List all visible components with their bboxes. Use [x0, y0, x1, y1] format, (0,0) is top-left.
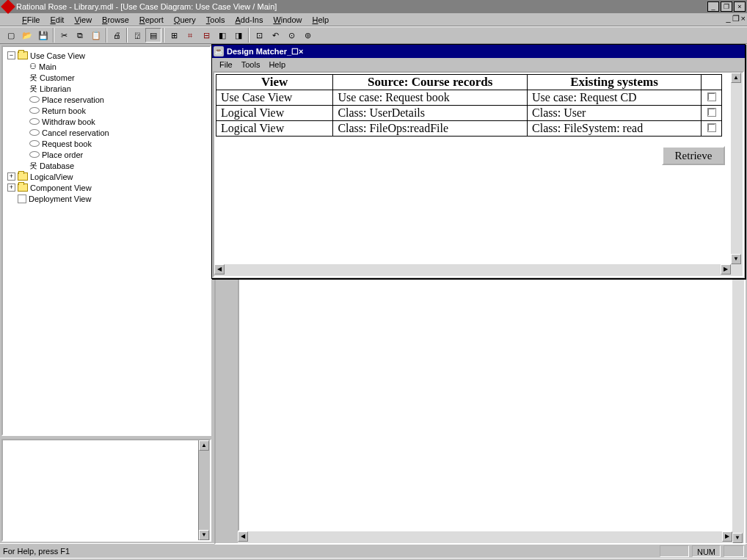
status-bar: For Help, press F1 NUM: [0, 543, 747, 558]
scroll-left-icon[interactable]: ◀: [214, 264, 225, 274]
expand-icon[interactable]: +: [7, 172, 15, 181]
tool-8[interactable]: ⊙: [283, 28, 299, 43]
app-icon: [1, 0, 15, 14]
documentation-pane[interactable]: ▲ ▼: [1, 439, 211, 542]
toolbar-separator: [163, 28, 164, 43]
row-checkbox[interactable]: [702, 90, 722, 106]
toolbar-separator: [126, 28, 128, 43]
tool-5[interactable]: ◨: [230, 28, 247, 43]
restore-button[interactable]: ❐: [721, 1, 732, 12]
cut-button[interactable]: ✂: [56, 28, 72, 43]
row-checkbox[interactable]: [702, 121, 722, 137]
tree-node-place-order[interactable]: Place order: [4, 149, 208, 160]
actor-icon: 옷: [29, 83, 37, 94]
tree-node-request-book[interactable]: Request book: [4, 138, 208, 149]
save-button[interactable]: 💾: [35, 28, 51, 43]
browser-tree[interactable]: − Use Case View ⚇ Main 옷 Customer 옷 Libr…: [1, 46, 211, 436]
dm-menubar: File Tools Help: [212, 58, 745, 71]
new-button[interactable]: ▢: [3, 28, 19, 43]
mdi-minimize-button[interactable]: _: [726, 14, 730, 23]
scroll-right-icon[interactable]: ▶: [722, 531, 732, 542]
dm-menu-tools[interactable]: Tools: [237, 59, 265, 70]
tree-node-component-view[interactable]: + Component View: [4, 182, 208, 193]
row-checkbox[interactable]: [702, 106, 722, 121]
tool-4[interactable]: ◧: [214, 28, 230, 43]
dm-title-text: Design Matcher: [227, 47, 287, 56]
menu-browse[interactable]: Browse: [98, 15, 134, 25]
browse-button[interactable]: ▤: [145, 28, 161, 43]
dm-vscrollbar[interactable]: ▲ ▼: [731, 73, 743, 264]
actor-icon: 옷: [29, 72, 37, 83]
menu-edit[interactable]: Edit: [45, 15, 68, 25]
menu-window[interactable]: Window: [269, 15, 306, 25]
toolbar-separator: [106, 28, 107, 43]
design-matcher-window[interactable]: ☕ Design Matcher _ ☐ × File Tools Help V…: [211, 44, 746, 279]
tree-node-main[interactable]: ⚇ Main: [4, 61, 208, 72]
collapse-icon[interactable]: −: [7, 51, 15, 59]
tree-label: Withdraw book: [42, 117, 95, 126]
menu-report[interactable]: Report: [135, 15, 168, 25]
menu-addins[interactable]: Add-Ins: [230, 15, 267, 25]
tree-node-use-case-view[interactable]: − Use Case View: [4, 50, 208, 61]
diagram-hscrollbar[interactable]: ◀ ▶: [238, 531, 732, 543]
menu-help[interactable]: Help: [308, 15, 334, 25]
tree-label: Request book: [42, 139, 92, 148]
cell-source: Class: UserDetails: [333, 106, 528, 121]
tree-label: Database: [40, 161, 74, 170]
status-num: NUM: [692, 545, 721, 557]
print-button[interactable]: 🖨: [109, 28, 125, 43]
table-row[interactable]: Logical View Class: UserDetails Class: U…: [216, 106, 722, 121]
tree-node-withdraw-book[interactable]: Withdraw book: [4, 116, 208, 127]
open-button[interactable]: 📂: [19, 28, 35, 43]
retrieve-button[interactable]: Retrieve: [662, 146, 725, 165]
dm-body: View Source: Course records Existing sys…: [213, 71, 744, 277]
menu-view[interactable]: View: [70, 15, 96, 25]
mdi-close-button[interactable]: ×: [741, 14, 746, 23]
zoom-fit-button[interactable]: ⊡: [251, 28, 267, 43]
tree-node-logical-view[interactable]: + LogicalView: [4, 171, 208, 182]
minimize-button[interactable]: _: [707, 1, 719, 12]
tree-node-cancel-reservation[interactable]: Cancel reservation: [4, 127, 208, 138]
table-row[interactable]: Use Case View Use case: Request book Use…: [216, 90, 722, 106]
tool-9[interactable]: ⊚: [299, 28, 316, 43]
help-context-button[interactable]: ⍰: [129, 28, 145, 43]
undo-button[interactable]: ↶: [267, 28, 283, 43]
tree-label: Component View: [30, 183, 92, 192]
close-button[interactable]: ×: [734, 1, 746, 12]
tool-2[interactable]: ⌗: [182, 28, 198, 43]
scroll-up-icon[interactable]: ▲: [731, 73, 741, 83]
scroll-right-icon[interactable]: ▶: [721, 264, 731, 274]
tree-node-librarian[interactable]: 옷 Librarian: [4, 83, 208, 94]
scroll-down-icon[interactable]: ▼: [199, 530, 209, 540]
expand-icon[interactable]: +: [7, 183, 15, 192]
scroll-down-icon[interactable]: ▼: [731, 254, 741, 264]
dm-maximize-button[interactable]: ☐: [291, 47, 299, 57]
tool-3[interactable]: ⊟: [198, 28, 214, 43]
actor-icon: 옷: [29, 160, 37, 171]
tree-node-place-reservation[interactable]: Place reservation: [4, 94, 208, 105]
tree-node-return-book[interactable]: Return book: [4, 105, 208, 116]
main-menubar: FFileFile Edit View Browse Report Query …: [0, 13, 747, 26]
mdi-window-controls: _ ❐ ×: [726, 14, 746, 23]
tree-node-deployment-view[interactable]: Deployment View: [4, 193, 208, 204]
copy-button[interactable]: ⧉: [72, 28, 88, 43]
scroll-up-icon[interactable]: ▲: [199, 440, 209, 451]
tool-1[interactable]: ⊞: [166, 28, 182, 43]
menu-query[interactable]: Query: [170, 15, 200, 25]
tree-node-customer[interactable]: 옷 Customer: [4, 72, 208, 83]
menu-tools[interactable]: Tools: [202, 15, 230, 25]
dm-close-button[interactable]: ×: [299, 47, 303, 56]
dm-titlebar[interactable]: ☕ Design Matcher _ ☐ ×: [212, 45, 745, 58]
table-header-row: View Source: Course records Existing sys…: [216, 75, 722, 90]
menu-file[interactable]: FFileFile: [18, 15, 44, 25]
doc-scrollbar[interactable]: ▲ ▼: [198, 440, 210, 540]
dm-hscrollbar[interactable]: ◀ ▶: [214, 264, 743, 276]
dm-menu-help[interactable]: Help: [264, 59, 290, 70]
scroll-down-icon[interactable]: ▼: [732, 533, 743, 543]
mdi-restore-button[interactable]: ❐: [732, 14, 740, 23]
table-row[interactable]: Logical View Class: FileOps:readFile Cla…: [216, 121, 722, 137]
scroll-left-icon[interactable]: ◀: [238, 531, 248, 542]
paste-button[interactable]: 📋: [88, 28, 104, 43]
dm-menu-file[interactable]: File: [215, 59, 237, 70]
tree-node-database[interactable]: 옷 Database: [4, 160, 208, 171]
